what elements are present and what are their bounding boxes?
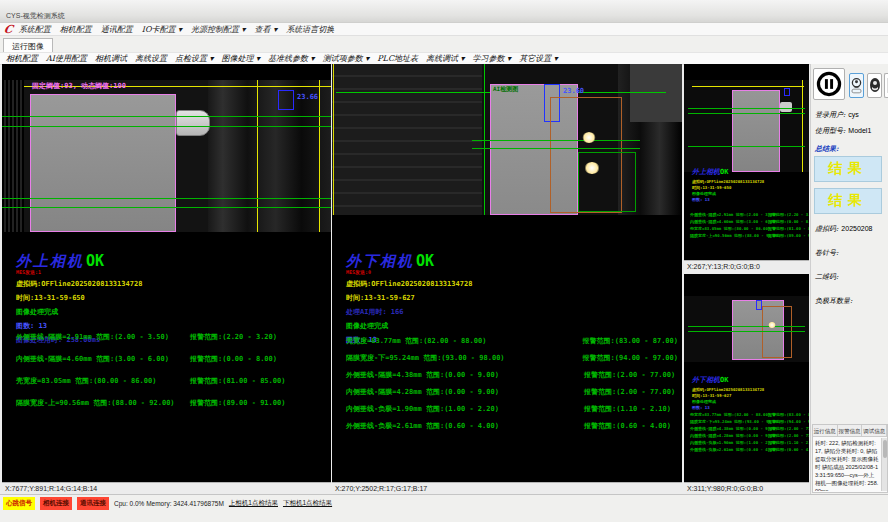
measurement-value: 外侧垂线-负极=2.61mm 范围:(0.60 - 4.00) <box>346 421 584 438</box>
login-user-value: cys <box>848 111 859 118</box>
alarm-range: 报警范围:(81.00 - 85.00) <box>190 376 285 398</box>
log-tab[interactable]: 调试信息 <box>862 425 887 436</box>
menu-item[interactable]: 相机配置 <box>60 24 92 35</box>
login-user-label: 登录用户: <box>815 111 845 119</box>
log-scrollbar[interactable] <box>881 438 887 491</box>
cpu-memory-text: Cpu: 0.0% Memory: 3424.41796875M <box>114 500 224 507</box>
process-line: 图像处理完成 <box>16 307 142 317</box>
measure-line-green <box>688 331 805 332</box>
machine-texture <box>630 64 682 122</box>
virtual-code-value: 20250208 <box>841 225 872 232</box>
toolbar-item[interactable]: AI使用配置 <box>46 53 87 64</box>
toolbar-item[interactable]: 相机调试 <box>95 53 127 64</box>
pause-button[interactable] <box>813 68 845 100</box>
measure-line-green <box>2 198 331 199</box>
measurement-row: 壳宽度=83.77mm 范围:(82.00 - 88.00) 报警范围:(83.… <box>346 336 678 353</box>
alarm-range: 报警范围:(89.00 - 91.00) <box>190 398 285 420</box>
measurement-row: 隔膜宽度-下=95.24mm 范围:(93.00 - 98.00) 报警范围:(… <box>690 419 807 426</box>
log-area: 运行信息报警信息调试信息 耗时: 222, 缺陷检测耗时: 17, 缺陷分类耗时… <box>812 424 888 493</box>
exit-button[interactable] <box>884 73 888 98</box>
toolbar-item[interactable]: 基准线参数 ▾ <box>268 53 315 64</box>
alarm-range: 报警范围:(2.00 - 77.00) <box>584 370 675 387</box>
status-ok: OK <box>416 252 434 270</box>
menu-items: 系统配置相机配置通讯配置IO卡配置 ▾光源控制配置 ▾查看 ▾系统语言切换 <box>19 24 343 35</box>
scrollbar-thumb[interactable] <box>883 440 887 458</box>
log-tab[interactable]: 报警信息 <box>838 425 863 436</box>
model-label: 使用型号: <box>815 127 845 135</box>
toolbar-item[interactable]: PLC地址表 <box>377 53 418 64</box>
menu-item[interactable]: 系统语言切换 <box>286 24 334 35</box>
camera-name: 外下相机 <box>692 375 720 384</box>
measure-line-green <box>688 108 805 109</box>
measurement-value: 隔膜宽度-下=95.24mm 范围:(93.00 - 98.00) <box>346 353 583 370</box>
camera-name: 外下相机 <box>346 252 414 270</box>
toolbar-item[interactable]: 图像处理 ▾ <box>222 53 261 64</box>
measure-line-green <box>2 207 331 208</box>
menu-item[interactable]: 通讯配置 <box>101 24 133 35</box>
process-line: 图像处理完成 <box>692 399 764 404</box>
measurement-value: 壳宽度=83.77mm 范围:(82.00 - 88.00) <box>346 336 583 353</box>
menu-item[interactable]: 查看 ▾ <box>255 24 278 35</box>
camera-panel-lower: AI检测图 23.60 外下相机OK MES发送:0 虚拟码:OFFline20… <box>332 64 682 494</box>
ai-elapsed-line: 处理AI用时: 166 <box>346 307 472 317</box>
toolbar-item[interactable]: 其它设置 ▾ <box>519 53 558 64</box>
machine-texture <box>2 80 24 232</box>
led-glow <box>582 132 596 143</box>
status-ok: OK <box>720 376 728 384</box>
measurement-row: 隔膜宽度-上=90.56mm 范围:(88.00 - 92.00) 报警范围:(… <box>690 233 807 240</box>
measure-line-green <box>472 148 640 149</box>
measurement-row: 外侧垂线-隔膜=4.38mm 范围:(0.00 - 9.00) 报警范围:(2.… <box>346 370 678 387</box>
thumbnail-image-upper[interactable] <box>684 80 809 172</box>
tab-run-image[interactable]: 运行图像 <box>3 38 53 52</box>
toolbar-item[interactable]: 学习参数 ▾ <box>473 53 512 64</box>
upper-camera-check-link[interactable]: 上相机1点检结果 <box>229 499 278 508</box>
machine-texture <box>332 64 482 215</box>
tab-label: 运行图像 <box>12 42 44 51</box>
connector-part <box>780 102 792 112</box>
camera-image-lower[interactable]: AI检测图 23.60 <box>332 64 682 215</box>
connector-part <box>176 110 210 136</box>
operator-button[interactable] <box>867 73 882 98</box>
cell-region-box <box>30 94 176 232</box>
image-count-line: 图数: 13 <box>692 197 764 202</box>
thumbnail-image-lower[interactable] <box>684 296 809 362</box>
menu-item[interactable]: 光源控制配置 ▾ <box>191 24 246 35</box>
log-tab[interactable]: 运行信息 <box>813 425 838 436</box>
menu-item[interactable]: IO卡配置 ▾ <box>142 24 182 35</box>
log-tabs: 运行信息报警信息调试信息 <box>813 425 887 437</box>
toolbar-item[interactable]: 点检设置 ▾ <box>175 53 214 64</box>
toolbar-item[interactable]: 测试项参数 ▾ <box>323 53 370 64</box>
virtual-code-label: 虚拟码: <box>815 225 838 233</box>
menu-item[interactable]: 系统配置 <box>19 24 51 35</box>
baseline-yellow-h <box>692 86 804 87</box>
measurement-row: 内侧垂线-隔膜=4.60mm 范围:(3.00 - 6.00) 报警范围:(0.… <box>16 354 327 376</box>
tab-bar: 运行图像 <box>0 36 888 52</box>
status-ok: OK <box>86 252 104 270</box>
time-line: 时间:13-31-59-627 <box>692 393 764 398</box>
heartbeat-badge: 心跳信号 <box>3 497 35 510</box>
measurement-row: 外侧垂线-隔膜=4.38mm 范围:(0.00 - 9.00) 报警范围:(2.… <box>690 426 807 433</box>
model-value[interactable]: Model1 <box>848 127 871 134</box>
control-buttons <box>813 68 888 104</box>
measure-roi-box <box>756 300 762 310</box>
mini-measurements-upper: 外侧垂线-隔膜=2.91mm 范围:(2.00 - 3.50) 报警范围:(2.… <box>690 212 807 240</box>
measurement-row: 内侧垂线-隔膜=4.60mm 范围:(3.00 - 6.00) 报警范围:(0.… <box>690 219 807 226</box>
thumbnail-panel-lower: 外下相机OK 虚拟码:OFFline20250208133134728 时间:1… <box>684 274 809 494</box>
toolbar-item[interactable]: 相机配置 <box>6 53 38 64</box>
pixel-coords-status: X:311;Y:980;R:0;G:0;B:0 <box>684 482 809 494</box>
lower-camera-check-link[interactable]: 下相机1点检结果 <box>283 499 332 508</box>
virtual-code-row: 虚拟码:20250208 <box>815 224 873 234</box>
time-line: 时间:13-31-59-650 <box>692 185 764 190</box>
camera-image-upper[interactable]: 23.66 固定阈值:93, 动态阈值:100 <box>2 80 331 232</box>
status-ok: OK <box>720 168 728 176</box>
measurement-row: 内侧垂线-隔膜=4.28mm 范围:(0.00 - 9.00) 报警范围:(2.… <box>346 387 678 404</box>
login-user-row: 登录用户:cys <box>815 110 859 120</box>
toolbar-item[interactable]: 离线设置 <box>135 53 167 64</box>
measurement-value: 内侧垂线-隔膜=4.28mm 范围:(0.00 - 9.00) <box>346 387 584 404</box>
toolbar-item[interactable]: 离线调试 ▾ <box>426 53 465 64</box>
anode-count-label: 负极耳数量: <box>815 296 852 306</box>
machine-texture <box>208 80 331 232</box>
window-title: CYS-视觉检测系统 <box>6 11 65 21</box>
login-user-button[interactable] <box>849 73 864 98</box>
pixel-coords-status: X:267;Y:13;R:0;G:0;B:0 <box>684 260 809 272</box>
